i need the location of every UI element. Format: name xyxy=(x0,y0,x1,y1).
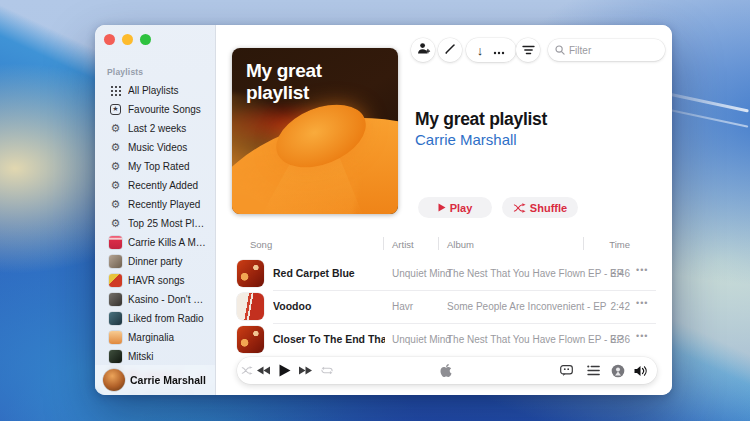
shuffle-toggle-icon[interactable] xyxy=(239,357,255,384)
album-thumb-icon xyxy=(109,274,122,287)
repeat-icon[interactable] xyxy=(319,357,335,384)
account-name: Carrie Marshall xyxy=(130,374,206,386)
gear-icon: ⚙ xyxy=(109,217,122,230)
sidebar-item-label: My Top Rated xyxy=(128,161,206,172)
add-collaborator-button[interactable] xyxy=(411,38,435,62)
download-icon[interactable]: ↓ xyxy=(477,44,484,57)
song-album: The Nest That You Have Flown EP - EP xyxy=(447,268,583,279)
sidebar-item-label: Carrie Kills A Man xyxy=(128,237,206,248)
sidebar-item-last-2-weeks[interactable]: ⚙ Last 2 weeks xyxy=(98,119,212,138)
sidebar: Playlists All Playlists ★ Favourite Song… xyxy=(95,25,216,395)
sidebar-item-carrie-kills-a-man[interactable]: Carrie Kills A Man xyxy=(98,233,212,252)
song-artwork xyxy=(237,260,264,287)
sidebar-item-label: Recently Added xyxy=(128,180,206,191)
close-window-button[interactable] xyxy=(104,34,115,45)
search-input[interactable] xyxy=(569,45,658,56)
previous-track-icon[interactable] xyxy=(255,357,271,384)
queue-icon[interactable] xyxy=(584,357,602,384)
column-header-album[interactable]: Album xyxy=(447,239,474,250)
sort-lines-icon xyxy=(522,41,535,59)
row-more-button[interactable]: ••• xyxy=(636,265,648,275)
column-divider xyxy=(383,237,384,250)
player-bar xyxy=(237,357,657,384)
person-add-icon xyxy=(417,41,430,59)
music-app-window: Playlists All Playlists ★ Favourite Song… xyxy=(95,25,672,395)
sidebar-item-music-videos[interactable]: ⚙ Music Videos xyxy=(98,138,212,157)
next-track-icon[interactable] xyxy=(297,357,313,384)
sidebar-item-label: HAVR songs xyxy=(128,275,206,286)
shuffle-button[interactable]: Shuffle xyxy=(502,197,578,218)
gear-icon: ⚙ xyxy=(109,179,122,192)
gear-icon: ⚙ xyxy=(109,198,122,211)
playlist-owner-link[interactable]: Carrie Marshall xyxy=(415,131,517,148)
minimize-window-button[interactable] xyxy=(122,34,133,45)
download-more-group: ↓ xyxy=(466,38,516,62)
sidebar-item-label: All Playlists xyxy=(128,85,206,96)
sidebar-item-recently-played[interactable]: ⚙ Recently Played xyxy=(98,195,212,214)
play-pause-icon[interactable] xyxy=(275,357,295,384)
album-thumb-icon xyxy=(109,312,122,325)
play-button-label: Play xyxy=(450,202,473,214)
volume-icon[interactable] xyxy=(631,357,651,384)
sidebar-item-recently-added[interactable]: ⚙ Recently Added xyxy=(98,176,212,195)
table-row[interactable]: Closer To The End Than The B… Unquiet Mi… xyxy=(216,323,656,356)
sidebar-item-label: Favourite Songs xyxy=(128,104,206,115)
sidebar-item-my-top-rated[interactable]: ⚙ My Top Rated xyxy=(98,157,212,176)
song-artist: Havr xyxy=(392,301,413,312)
sidebar-item-dinner-party[interactable]: Dinner party xyxy=(98,252,212,271)
grid-icon xyxy=(109,84,122,97)
sidebar-item-all-playlists[interactable]: All Playlists xyxy=(98,81,212,100)
sidebar-item-liked-from-radio[interactable]: Liked from Radio xyxy=(98,309,212,328)
song-title: Closer To The End Than The B… xyxy=(273,333,385,345)
shuffle-icon xyxy=(513,203,526,213)
edit-playlist-button[interactable] xyxy=(438,38,462,62)
album-thumb-icon xyxy=(109,350,122,363)
sidebar-item-label: Music Videos xyxy=(128,142,206,153)
airplay-device-icon[interactable] xyxy=(609,357,627,384)
sidebar-item-kasino[interactable]: Kasino - Don't Let… xyxy=(98,290,212,309)
album-thumb-icon xyxy=(109,236,122,249)
song-album: The Nest That You Have Flown EP - EP xyxy=(447,334,583,345)
shuffle-button-label: Shuffle xyxy=(530,202,567,214)
column-header-time[interactable]: Time xyxy=(592,239,630,250)
column-header-song[interactable]: Song xyxy=(250,239,272,250)
row-more-button[interactable]: ••• xyxy=(636,298,648,308)
table-row[interactable]: Voodoo Havr Some People Are Inconvenient… xyxy=(216,290,656,323)
column-divider xyxy=(438,237,439,250)
play-button[interactable]: Play xyxy=(418,197,492,218)
song-title: Voodoo xyxy=(273,300,385,312)
table-row[interactable]: Red Carpet Blue Unquiet Mind The Nest Th… xyxy=(216,257,656,290)
pencil-icon xyxy=(444,41,456,59)
play-icon xyxy=(438,203,446,212)
sidebar-item-label: Top 25 Most Played xyxy=(128,218,206,229)
album-thumb-icon xyxy=(109,255,122,268)
album-thumb-icon xyxy=(109,293,122,306)
lyrics-icon[interactable] xyxy=(557,357,575,384)
star-box-icon: ★ xyxy=(109,103,122,116)
column-divider xyxy=(583,237,584,250)
song-title: Red Carpet Blue xyxy=(273,267,385,279)
window-controls xyxy=(104,34,151,45)
table-header: Song Artist Album Time xyxy=(216,239,656,253)
sidebar-item-havr-songs[interactable]: HAVR songs xyxy=(98,271,212,290)
zoom-window-button[interactable] xyxy=(140,34,151,45)
sidebar-item-favourite-songs[interactable]: ★ Favourite Songs xyxy=(98,100,212,119)
filter-search-field[interactable] xyxy=(548,39,665,61)
sort-filter-button[interactable] xyxy=(516,38,540,62)
sidebar-item-mitski[interactable]: Mitski xyxy=(98,347,212,366)
sidebar-item-top-25-most-played[interactable]: ⚙ Top 25 Most Played xyxy=(98,214,212,233)
row-more-button[interactable]: ••• xyxy=(636,331,648,341)
sidebar-item-label: Mitski xyxy=(128,351,206,362)
search-icon xyxy=(555,41,565,59)
sidebar-item-marginalia[interactable]: Marginalia xyxy=(98,328,212,347)
account-row[interactable]: Carrie Marshall xyxy=(95,365,215,395)
sidebar-item-label: Marginalia xyxy=(128,332,206,343)
more-icon[interactable] xyxy=(493,41,505,59)
gear-icon: ⚙ xyxy=(109,160,122,173)
song-artist: Unquiet Mind xyxy=(392,334,451,345)
song-artist: Unquiet Mind xyxy=(392,268,451,279)
column-header-artist[interactable]: Artist xyxy=(392,239,414,250)
playlist-artwork: My great playlist xyxy=(232,48,398,214)
gear-icon: ⚙ xyxy=(109,141,122,154)
song-time: 2:42 xyxy=(592,301,630,312)
